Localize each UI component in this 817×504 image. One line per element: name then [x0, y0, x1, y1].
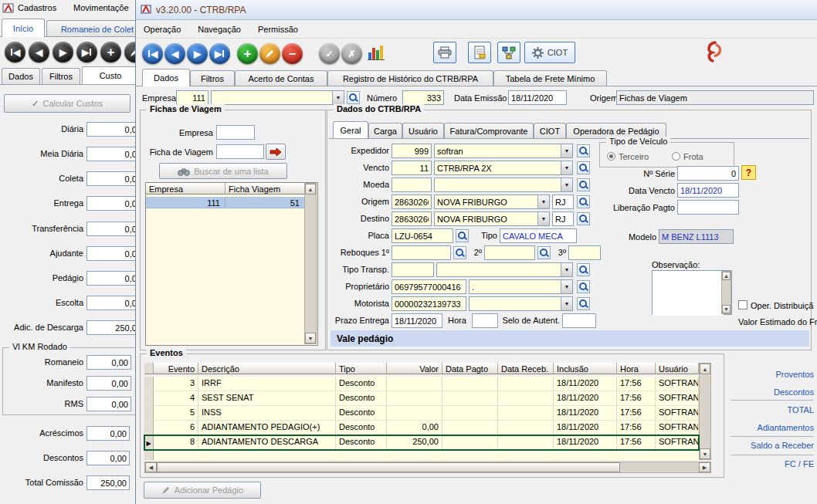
tipo-transp-name-input[interactable]: [437, 263, 561, 276]
chevron-down-icon[interactable]: ▼: [561, 280, 572, 293]
link-saldo-a-receber[interactable]: Saldo a Receber: [707, 441, 814, 450]
link-proventos[interactable]: Proventos: [707, 370, 814, 379]
destino-combo[interactable]: ▼: [434, 211, 550, 226]
empresa-name-input[interactable]: [212, 91, 332, 104]
destino-name-input[interactable]: [435, 212, 537, 225]
chevron-down-icon[interactable]: ▼: [561, 297, 572, 310]
eventos-col-evento[interactable]: Evento: [154, 363, 198, 374]
tab-romaneio-coleta[interactable]: Romaneio de Colet: [46, 20, 148, 37]
tipo-veiculo-input[interactable]: [500, 228, 577, 243]
eventos-col-inclusao[interactable]: Inclusão: [554, 363, 617, 374]
chevron-down-icon[interactable]: ▼: [561, 178, 572, 191]
moeda-name-input[interactable]: [435, 178, 561, 191]
selo-autent-input[interactable]: [562, 313, 596, 328]
prazo-entrega-input[interactable]: [392, 313, 442, 328]
eventos-col-usuario[interactable]: Usuário: [656, 363, 699, 374]
vencto-name-input[interactable]: [435, 161, 561, 174]
ctrb-tab-ciot[interactable]: CIOT: [534, 123, 566, 138]
eventos-col-tipo[interactable]: Tipo: [336, 363, 387, 374]
bg-subtab-filtros[interactable]: Filtros: [42, 68, 80, 84]
eventos-col-data-pagto[interactable]: Data Pagto: [442, 363, 498, 374]
reboque1-search-button[interactable]: [453, 246, 466, 259]
confirm-button[interactable]: ✓: [319, 43, 340, 64]
nserie-input[interactable]: [677, 166, 739, 181]
chevron-down-icon[interactable]: ▼: [537, 195, 549, 208]
ciot-button[interactable]: CIOT: [524, 42, 575, 63]
scroll-down-button[interactable]: ▼: [305, 333, 316, 343]
tab-dados[interactable]: Dados: [142, 69, 190, 86]
total-field-input[interactable]: [86, 451, 130, 465]
empresa-combo[interactable]: ▼: [211, 90, 344, 105]
chevron-down-icon[interactable]: ▼: [332, 91, 344, 104]
bg-subtab-dados[interactable]: Dados: [2, 68, 40, 84]
help-button[interactable]: ?: [741, 165, 756, 180]
radio-frota[interactable]: [672, 152, 680, 161]
proprietario-code-input[interactable]: [392, 279, 466, 294]
prev-record-button[interactable]: ◀: [164, 43, 185, 64]
scroll-down-button[interactable]: ▼: [722, 305, 731, 313]
fichas-empresa-input[interactable]: [216, 125, 255, 140]
total-field-input[interactable]: [86, 475, 130, 490]
tab-filtros[interactable]: Filtros: [190, 70, 235, 86]
link-fc-fe[interactable]: FC / FE: [707, 459, 814, 468]
chevron-down-icon[interactable]: ▼: [561, 144, 572, 157]
ctrb-tab-usuario[interactable]: Usuário: [402, 123, 444, 138]
vencto-search-button[interactable]: [577, 161, 590, 174]
link-descontos[interactable]: Descontos: [707, 387, 814, 397]
bg-last-record-button[interactable]: ▶: [76, 42, 97, 63]
motorista-search-button[interactable]: [577, 297, 590, 310]
radio-terceiro[interactable]: [607, 152, 615, 161]
destino-code-input[interactable]: [392, 211, 432, 226]
origem-uf-input[interactable]: [552, 194, 574, 209]
edit-record-button[interactable]: [259, 43, 280, 64]
moeda-combo[interactable]: ▼: [434, 178, 573, 192]
numero-input[interactable]: [402, 90, 444, 105]
menu-cadastros[interactable]: Cadastros: [18, 3, 56, 12]
eventos-col-hora[interactable]: Hora: [617, 363, 656, 374]
motorista-name-input[interactable]: [470, 297, 561, 310]
ctrb-tab-geral[interactable]: Geral: [333, 121, 368, 138]
empresa-code-input[interactable]: [176, 90, 208, 105]
bg-first-record-button[interactable]: ◀: [5, 42, 25, 63]
first-record-button[interactable]: ◀: [142, 43, 163, 64]
motorista-combo[interactable]: ▼: [469, 296, 573, 311]
add-record-button[interactable]: +: [237, 43, 258, 64]
ficha-viagem-input[interactable]: [216, 144, 264, 159]
calcular-custos-button[interactable]: ✓ Calcular Custos: [4, 94, 131, 113]
hscroll-thumb[interactable]: [157, 462, 620, 472]
scroll-down-button[interactable]: ▼: [700, 448, 710, 459]
fichas-col-ficha[interactable]: Ficha Viagem: [225, 183, 305, 194]
tab-acerto-de-contas[interactable]: Acerto de Contas: [235, 70, 327, 86]
scroll-up-button[interactable]: ▲: [722, 272, 731, 280]
tab-inicio[interactable]: Início: [2, 19, 45, 37]
reboque3-input[interactable]: [568, 245, 601, 260]
tipo-transp-combo[interactable]: ▼: [436, 262, 573, 277]
expedidor-code-input[interactable]: [392, 144, 432, 158]
cancel-button[interactable]: ✗: [341, 43, 362, 64]
delete-record-button[interactable]: −: [282, 43, 303, 64]
bg-add-record-button[interactable]: +: [100, 42, 121, 63]
expedidor-search-button[interactable]: [577, 144, 590, 157]
expedidor-name-input[interactable]: [435, 144, 561, 157]
last-record-button[interactable]: ▶: [209, 43, 230, 64]
link-adiantamentos[interactable]: Adiantamentos: [707, 423, 814, 432]
destino-search-button[interactable]: [577, 212, 590, 225]
vlkm-field-input[interactable]: [86, 397, 131, 411]
adicionar-pedagio-button[interactable]: Adicionar Pedágio: [144, 482, 261, 499]
tab-tabela-frete-minimo[interactable]: Tabela de Frete Mínimo: [493, 70, 607, 86]
print-button[interactable]: [433, 42, 456, 63]
bg-prev-record-button[interactable]: ◀: [29, 42, 49, 63]
placa-input[interactable]: [392, 228, 453, 243]
chevron-down-icon[interactable]: ▼: [537, 212, 549, 225]
proprietario-combo[interactable]: ▼: [469, 279, 573, 294]
reboque1-input[interactable]: [392, 245, 451, 260]
export-button[interactable]: [497, 42, 520, 63]
link-total[interactable]: TOTAL: [707, 405, 814, 414]
liberacao-pagto-input[interactable]: [677, 200, 739, 215]
eventos-row[interactable]: 5 INSS Desconto 18/11/2020 17:56 SOFTRAN: [144, 406, 699, 421]
data-emissao-input[interactable]: [508, 90, 567, 105]
proprietario-name-input[interactable]: [470, 280, 561, 293]
reboque2-input[interactable]: [484, 245, 535, 260]
eventos-col-data-receb[interactable]: Data Receb.: [498, 363, 554, 374]
destino-uf-input[interactable]: [552, 211, 574, 226]
